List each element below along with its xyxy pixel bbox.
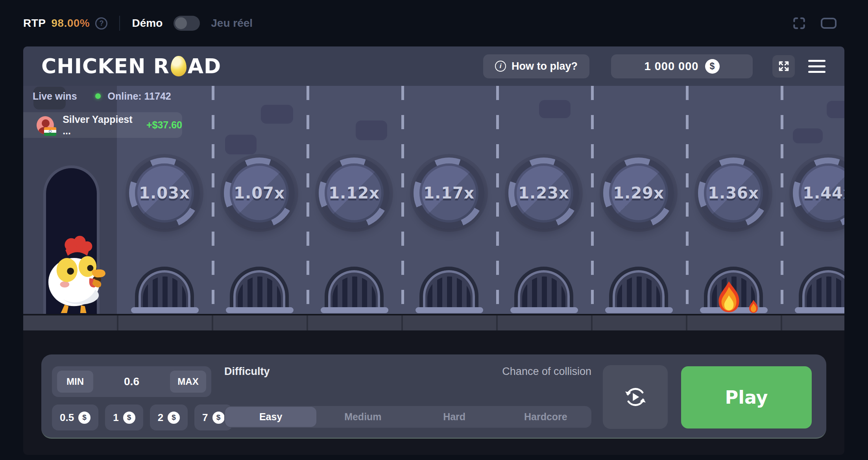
multiplier-value: 1.36x <box>708 184 759 202</box>
player-name: Silver Yappiest ... <box>63 114 140 137</box>
multiplier-cover: 1.29x <box>603 158 674 228</box>
dollar-coin-icon: $ <box>78 412 90 424</box>
min-bet-button[interactable]: MIN <box>57 371 93 393</box>
burger-bar <box>808 60 826 62</box>
live-wins-title: Live wins <box>33 91 77 102</box>
multiplier-value: 1.12x <box>329 184 380 202</box>
sewer-grate <box>135 267 194 313</box>
rtp-label: RTP <box>23 17 46 30</box>
sewer-grate <box>799 267 844 313</box>
chip-amount: 0.5 <box>60 412 74 424</box>
live-win-entry: Silver Yappiest ... +$37.60 <box>23 112 182 138</box>
balance-value: 1 000 000 <box>644 60 698 73</box>
lane-divider <box>781 86 783 314</box>
live-wins-bar: Live wins Online: 11742 <box>23 86 844 106</box>
chip-2-button[interactable]: 2 $ <box>150 404 188 430</box>
grate-sill <box>416 307 483 313</box>
lane-divider <box>401 86 404 314</box>
fullscreen-icon <box>792 16 807 31</box>
tab-hardcore[interactable]: Hardcore <box>500 406 591 428</box>
fire-hazard-small <box>748 299 759 313</box>
sewer-grate <box>325 267 384 313</box>
theater-mode-button[interactable] <box>821 18 837 29</box>
road-patch <box>225 135 257 154</box>
india-flag-icon <box>44 127 56 136</box>
tab-medium[interactable]: Medium <box>317 406 408 428</box>
top-bar: RTP 98.00% ? Démo Jeu réel <box>0 0 868 46</box>
chicken-character <box>41 232 110 314</box>
multiplier-cover: 1.44x <box>793 158 844 228</box>
multiplier-cover: 1.07x <box>224 158 295 228</box>
fire-hazard <box>714 280 744 313</box>
header-actions: i How to play? 1 000 000 $ <box>483 54 826 78</box>
chicken-road-app: RTP 98.00% ? Démo Jeu réel <box>0 0 868 460</box>
multiplier-cover: 1.12x <box>319 158 390 228</box>
max-bet-button[interactable]: MAX <box>170 371 206 393</box>
sewer-grate <box>230 267 289 313</box>
multiplier-value: 1.23x <box>518 184 569 202</box>
burger-bar <box>808 71 826 73</box>
how-to-play-label: How to play? <box>512 60 578 72</box>
toggle-knob-icon <box>175 17 187 29</box>
dollar-coin-icon: $ <box>168 412 180 424</box>
fullscreen-button[interactable] <box>792 16 807 31</box>
game-container: CHICKEN R AD i How to play? 1 000 000 $ <box>23 46 844 455</box>
dollar-coin-icon: $ <box>212 412 225 424</box>
grate-sill <box>131 307 199 313</box>
road-patch <box>793 128 823 143</box>
balance-display[interactable]: 1 000 000 $ <box>611 54 753 78</box>
player-avatar <box>37 116 54 134</box>
divider <box>119 16 120 31</box>
chicken-road-logo: CHICKEN R AD <box>41 54 221 78</box>
burger-bar <box>808 65 826 67</box>
demo-label: Démo <box>132 17 163 30</box>
multiplier-value: 1.29x <box>613 184 664 202</box>
chip-1-button[interactable]: 1 $ <box>105 404 143 430</box>
game-header: CHICKEN R AD i How to play? 1 000 000 $ <box>23 46 844 86</box>
lane-divider <box>212 86 214 314</box>
road-patch <box>356 121 387 140</box>
lane-divider <box>686 86 689 314</box>
expand-game-button[interactable] <box>772 55 795 78</box>
tab-hard[interactable]: Hard <box>409 406 500 428</box>
menu-button[interactable] <box>808 60 826 73</box>
help-icon[interactable]: ? <box>95 17 107 30</box>
multiplier-cover: 1.36x <box>698 158 769 228</box>
grate-sill <box>605 307 673 313</box>
rtp-value: 98.00% <box>52 17 90 30</box>
sewer-grate <box>514 267 573 313</box>
real-play-label: Jeu réel <box>211 17 253 30</box>
logo-text-right: AD <box>188 54 221 78</box>
sewer-grate <box>609 267 668 313</box>
how-to-play-button[interactable]: i How to play? <box>483 54 589 78</box>
chip-amount: 7 <box>202 412 208 424</box>
multiplier-value: 1.07x <box>234 184 285 202</box>
rtp-group: RTP 98.00% ? Démo Jeu réel <box>23 16 253 31</box>
tab-easy[interactable]: Easy <box>225 407 316 427</box>
demo-real-toggle[interactable] <box>174 16 200 31</box>
lane-divider <box>591 86 594 314</box>
expand-arrows-icon <box>778 60 790 72</box>
golden-egg-icon <box>171 56 187 76</box>
dollar-coin-icon: $ <box>123 412 135 424</box>
lane-divider <box>496 86 499 314</box>
autoplay-button[interactable] <box>603 365 668 429</box>
multiplier-value: 1.44x <box>803 184 844 202</box>
play-button[interactable]: Play <box>681 366 812 428</box>
logo-text-left: CHICKEN R <box>41 54 170 78</box>
playfield: 1.03x 1.07x 1.12x 1.17x 1.23x 1.29x 1.36… <box>23 86 844 314</box>
info-icon: i <box>495 61 506 72</box>
grate-sill <box>795 307 844 313</box>
chip-0.5-button[interactable]: 0.5 $ <box>52 404 98 430</box>
bet-amount-value[interactable]: 0.6 <box>124 375 139 388</box>
multiplier-cover: 1.23x <box>508 158 579 228</box>
online-status-icon <box>95 93 101 99</box>
chip-amount: 1 <box>113 412 118 424</box>
quick-bet-chips: 0.5 $ 1 $ 2 $ 7 $ <box>52 404 233 430</box>
chip-amount: 2 <box>158 412 163 424</box>
multiplier-value: 1.17x <box>423 184 475 202</box>
lane-divider <box>307 86 309 314</box>
win-amount: +$37.60 <box>146 119 182 131</box>
chance-of-collision-label: Chance of collision <box>224 365 591 378</box>
theater-mode-icon <box>821 18 837 29</box>
